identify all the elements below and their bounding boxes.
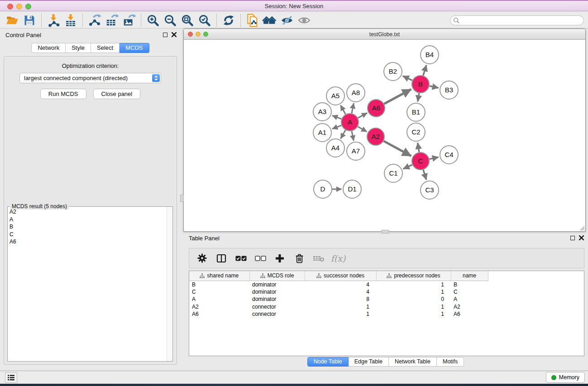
table-cell[interactable]: A2 <box>189 303 249 311</box>
mcds-result-item[interactable]: A6 <box>8 238 166 246</box>
edge-B-B3[interactable] <box>430 86 439 88</box>
float-panel-icon[interactable] <box>163 33 167 37</box>
table-row[interactable]: A2connector11A2 <box>189 303 584 311</box>
table-cell[interactable]: dominator <box>249 281 305 288</box>
mcds-result-item[interactable]: A2 <box>8 208 166 216</box>
hide-panels-icon[interactable] <box>278 13 296 28</box>
table-cell[interactable]: A6 <box>451 310 488 318</box>
mcds-result-item[interactable]: A <box>8 216 166 224</box>
table-cell[interactable]: A <box>189 295 249 303</box>
tab-style[interactable]: Style <box>66 43 91 53</box>
edge-A-A6[interactable] <box>358 113 368 118</box>
table-settings-icon[interactable] <box>196 252 208 265</box>
table-row[interactable]: A6connector11A6 <box>189 310 584 318</box>
task-history-button[interactable] <box>5 372 17 383</box>
table-cell[interactable]: A2 <box>451 303 488 311</box>
vertical-split-handle[interactable] <box>180 195 184 202</box>
table-cell[interactable]: B <box>451 281 488 288</box>
table-cell[interactable]: dominator <box>249 295 305 303</box>
float-table-panel-icon[interactable] <box>570 236 575 240</box>
table-cell[interactable]: C <box>189 288 249 296</box>
table-cell[interactable]: 1 <box>305 303 376 311</box>
column-layout-icon[interactable] <box>215 252 227 265</box>
edge-A-A2[interactable] <box>358 127 367 132</box>
tab-node-table[interactable]: Node Table <box>307 357 349 367</box>
edge-B-B1[interactable] <box>418 93 419 102</box>
table-cell[interactable]: A6 <box>189 310 249 318</box>
table-cell[interactable]: 4 <box>305 281 376 288</box>
zoom-selected-icon[interactable] <box>196 13 213 28</box>
column-header-successor-nodes[interactable]: successor nodes <box>305 271 376 281</box>
close-panel-icon[interactable] <box>172 32 177 37</box>
refresh-view-icon[interactable] <box>220 13 237 28</box>
edge-A6-B[interactable] <box>384 89 411 104</box>
edge-A-A3[interactable] <box>332 115 341 119</box>
tab-motifs[interactable]: Motifs <box>437 357 464 367</box>
add-column-icon[interactable] <box>274 252 286 265</box>
edge-A-A5[interactable] <box>340 105 345 114</box>
table-cell[interactable]: connector <box>249 303 305 311</box>
export-image-icon[interactable] <box>120 13 138 28</box>
table-cell[interactable]: B <box>189 281 249 288</box>
table-cell[interactable]: 1 <box>376 310 451 318</box>
import-network-icon[interactable] <box>45 13 62 28</box>
table-cell[interactable]: connector <box>249 310 305 318</box>
edge-C-C4[interactable] <box>430 157 439 159</box>
edge-A-A8[interactable] <box>352 103 354 113</box>
table-cell[interactable]: 4 <box>305 288 376 296</box>
edge-A-A4[interactable] <box>341 130 346 138</box>
delete-columns-icon[interactable] <box>293 252 305 265</box>
export-network-icon[interactable] <box>86 13 103 28</box>
table-cell[interactable]: C <box>451 288 488 296</box>
table-cell[interactable]: 1 <box>376 303 451 311</box>
show-hidden-icon[interactable] <box>296 13 313 28</box>
show-all-panels-icon[interactable] <box>261 13 278 28</box>
tab-select[interactable]: Select <box>91 43 120 53</box>
edge-B-B4[interactable] <box>423 65 426 76</box>
close-table-panel-icon[interactable] <box>579 235 584 240</box>
column-header-name[interactable]: name <box>451 271 488 281</box>
table-cell[interactable]: A <box>451 295 488 303</box>
column-header-predecessor-nodes[interactable]: predecessor nodes <box>376 271 451 281</box>
table-cell[interactable]: 8 <box>305 295 376 303</box>
table-cell[interactable]: 1 <box>376 288 451 296</box>
table-row[interactable]: Bdominator41B <box>189 281 584 288</box>
column-header-MCDS-role[interactable]: MCDS role <box>249 271 305 281</box>
edge-C-C3[interactable] <box>423 170 426 180</box>
memory-button[interactable]: Memory <box>546 372 585 383</box>
close-panel-button[interactable]: Close panel <box>93 89 141 99</box>
mcds-result-item[interactable]: B <box>8 223 166 231</box>
edge-A2-C[interactable] <box>384 141 411 156</box>
run-mcds-button[interactable]: Run MCDS <box>40 89 86 99</box>
table-cell[interactable]: 1 <box>376 281 451 288</box>
open-session-icon[interactable] <box>4 13 21 28</box>
column-header-shared-name[interactable]: shared name <box>189 271 249 281</box>
tab-edge-table[interactable]: Edge Table <box>349 357 389 367</box>
save-session-icon[interactable] <box>21 13 38 28</box>
table-cell[interactable]: dominator <box>249 288 305 296</box>
edge-C-C1[interactable] <box>403 165 412 169</box>
result-scrollbar[interactable] <box>167 207 172 361</box>
zoom-in-icon[interactable] <box>144 13 162 28</box>
network-window-titlebar[interactable]: testGlobe.txt <box>184 29 585 40</box>
edge-A-A7[interactable] <box>352 131 354 141</box>
resize-grip-icon[interactable] <box>579 225 585 231</box>
network-canvas[interactable]: B4B2BB3A8A5A6A3B1AA1C2A2A4A7C4CC1DD1C3 <box>184 40 585 231</box>
table-row[interactable]: Cdominator41C <box>189 288 584 296</box>
tab-network[interactable]: Network <box>31 43 66 53</box>
deselect-all-checkboxes-icon[interactable] <box>254 252 266 265</box>
table-cell[interactable]: 1 <box>305 310 376 318</box>
edge-C-C2[interactable] <box>418 143 419 152</box>
table-cell[interactable]: 0 <box>376 295 451 303</box>
zoom-fit-icon[interactable] <box>179 13 196 28</box>
duplicate-network-icon[interactable] <box>244 13 261 28</box>
edge-B-B2[interactable] <box>403 76 412 81</box>
mcds-result-item[interactable]: C <box>8 231 166 238</box>
zoom-out-icon[interactable] <box>162 13 179 28</box>
export-table-icon[interactable] <box>103 13 120 28</box>
import-table-icon[interactable] <box>62 13 79 28</box>
select-all-checkboxes-icon[interactable] <box>235 252 247 265</box>
edge-A-A1[interactable] <box>332 125 341 129</box>
optimization-criterion-select[interactable]: largest connected component (directed) <box>19 73 161 83</box>
tab-mcds[interactable]: MCDS <box>120 43 149 53</box>
